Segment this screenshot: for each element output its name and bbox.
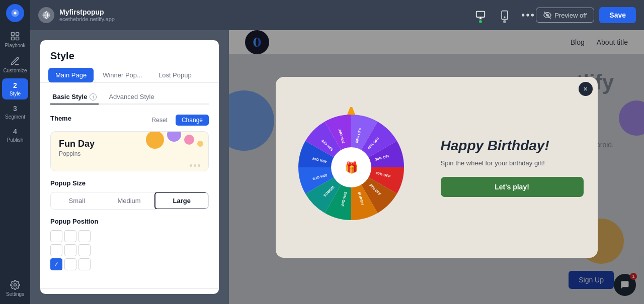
sidebar-item-playbook[interactable]: Playbook (2, 28, 28, 51)
device-switcher (471, 6, 536, 24)
style-tabs: Basic Style i Advanced Style (50, 83, 209, 105)
svg-point-10 (522, 14, 524, 16)
theme-decoration (146, 131, 203, 149)
pos-cell-0-1[interactable] (64, 230, 76, 242)
site-name: Myfirstpopup (59, 8, 115, 16)
size-large-button[interactable]: Large (154, 192, 209, 210)
site-info: Myfirstpopup ecethebride.netlify.app (38, 7, 471, 23)
popup-size-section: Popup Size Small Medium Large (50, 179, 209, 210)
panel-title: Style (40, 40, 219, 62)
theme-actions: Reset Change (147, 115, 209, 126)
popup-position-section: Popup Position (50, 218, 209, 270)
preview-button[interactable]: Preview off (536, 8, 594, 23)
sidebar-item-customize[interactable]: Customize (2, 53, 28, 76)
tab-basic-style[interactable]: Basic Style i (50, 90, 99, 105)
popup-cta-button[interactable]: Let's play! (441, 177, 584, 197)
size-small-button[interactable]: Small (51, 192, 103, 209)
size-medium-button[interactable]: Medium (103, 192, 155, 209)
pos-cell-1-1[interactable] (64, 244, 76, 256)
sidebar-item-publish[interactable]: 4 Publish (2, 125, 28, 146)
svg-rect-2 (16, 33, 19, 36)
svg-rect-7 (476, 12, 485, 18)
wheel-side: 🎁 50% OFF 40% OFF 30% OFF 40% OFF 30% OF… (276, 77, 427, 258)
sidebar-item-segment[interactable]: 3 Segment (2, 102, 28, 123)
svg-text:🎁: 🎁 (344, 161, 358, 174)
svg-point-5 (14, 284, 17, 286)
style-panel: Style Main Page Winner Pop... Lost Popup… (40, 40, 219, 294)
svg-rect-1 (12, 33, 15, 36)
spin-wheel: 🎁 50% OFF 40% OFF 30% OFF 40% OFF 30% OF… (291, 107, 412, 228)
pos-cell-1-2[interactable] (78, 244, 91, 256)
site-icon (38, 7, 54, 23)
svg-point-9 (504, 17, 505, 18)
pos-cell-2-0[interactable] (50, 258, 62, 270)
topbar-actions: Preview off Save (536, 7, 636, 23)
popup-container: × (276, 77, 598, 258)
pos-cell-2-2[interactable] (78, 258, 91, 270)
panel-tabs: Main Page Winner Pop... Lost Popup (40, 62, 219, 83)
theme-card: Fun Day Poppins (50, 131, 209, 171)
tab-lost-popup[interactable]: Lost Popup (151, 68, 199, 82)
popup-title: Happy Birthday! (441, 137, 584, 154)
pos-cell-1-0[interactable] (50, 244, 62, 256)
pos-cell-2-1[interactable] (64, 258, 76, 270)
app-logo[interactable] (6, 4, 24, 22)
topbar: Myfirstpopup ecethebride.netlify.app Pre… (30, 0, 644, 30)
panel-footer: Back Next to Winner Popup (40, 288, 219, 294)
svg-point-12 (531, 14, 534, 16)
panel-content: Basic Style i Advanced Style Theme Reset… (40, 83, 219, 288)
tab-advanced-style[interactable]: Advanced Style (107, 90, 156, 104)
position-grid (50, 230, 209, 270)
sidebar: Playbook Customize 2 Style 3 Segment 4 P… (0, 0, 30, 304)
mobile-device-btn[interactable] (496, 6, 514, 24)
main-area: Style Main Page Winner Pop... Lost Popup… (30, 30, 644, 304)
site-url: ecethebride.netlify.app (59, 16, 115, 22)
theme-header: Theme Reset Change (50, 113, 209, 127)
sidebar-item-settings[interactable]: Settings (2, 277, 28, 300)
theme-dots (190, 164, 200, 167)
popup-subtitle: Spin the wheel for your birthday gift! (441, 159, 584, 167)
website-preview: Blog About title tlify o polaroid. Sign … (229, 30, 644, 304)
theme-card-font: Poppins (59, 150, 200, 157)
preview-area: Blog About title tlify o polaroid. Sign … (229, 30, 644, 304)
more-options-btn[interactable] (520, 7, 536, 23)
svg-rect-3 (12, 37, 15, 40)
site-text: Myfirstpopup ecethebride.netlify.app (59, 8, 115, 22)
save-button[interactable]: Save (599, 7, 636, 23)
tab-main-page[interactable]: Main Page (48, 68, 94, 82)
desktop-device-btn[interactable] (471, 6, 490, 24)
theme-reset-button[interactable]: Reset (147, 115, 173, 126)
svg-point-11 (527, 14, 529, 16)
popup-overlay: × (229, 30, 644, 304)
size-group: Small Medium Large (50, 192, 209, 210)
pos-cell-0-2[interactable] (78, 230, 91, 242)
theme-change-button[interactable]: Change (176, 115, 209, 126)
tab-winner-popup[interactable]: Winner Pop... (96, 68, 149, 82)
svg-rect-4 (16, 37, 19, 40)
pos-cell-0-0[interactable] (50, 230, 62, 242)
svg-rect-8 (502, 11, 508, 20)
info-icon: i (90, 93, 97, 100)
popup-close-button[interactable]: × (579, 82, 593, 96)
sidebar-item-style[interactable]: 2 Style (2, 78, 28, 99)
popup-right: Happy Birthday! Spin the wheel for your … (427, 77, 598, 258)
